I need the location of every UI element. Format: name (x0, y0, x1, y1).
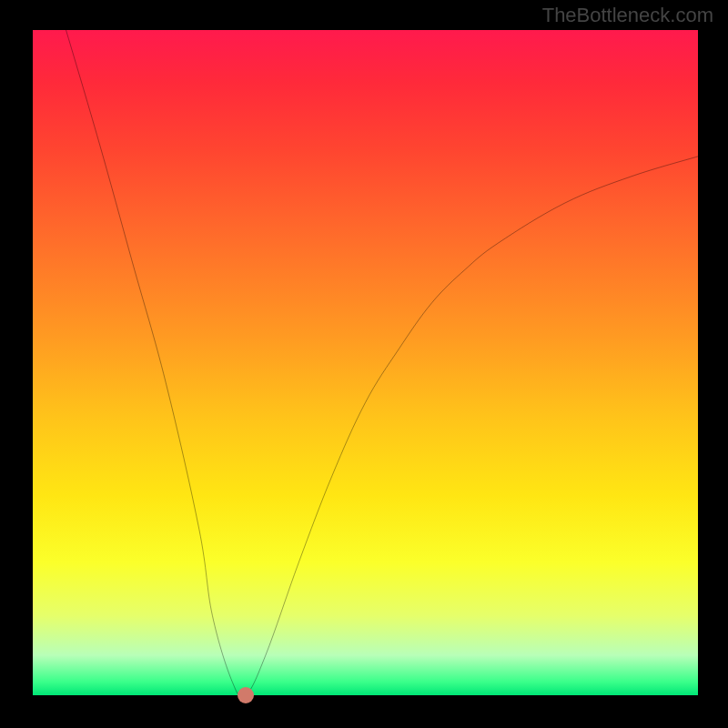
plot-area (33, 30, 698, 695)
chart-container: TheBottleneck.com (0, 0, 728, 728)
bottleneck-curve-path (66, 30, 698, 695)
minimum-marker (238, 687, 254, 703)
watermark-text: TheBottleneck.com (542, 4, 713, 27)
curve-svg (33, 30, 698, 695)
